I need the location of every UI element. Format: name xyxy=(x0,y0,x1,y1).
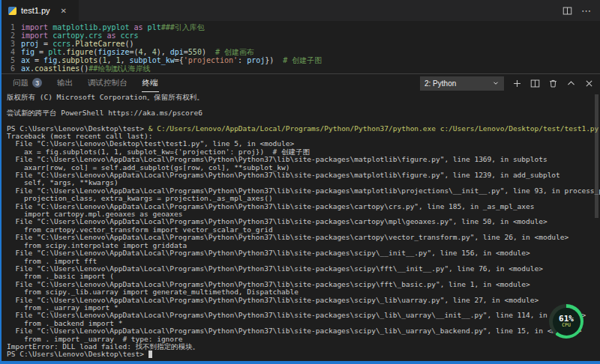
panel-tab-debug-console[interactable]: 调试控制台 xyxy=(87,74,128,92)
gauge-face: 61% CPU xyxy=(553,308,580,336)
line-number: 4 xyxy=(2,48,15,56)
terminal-output[interactable]: 版权所有 (C) Microsoft Corporation。保留所有权利。尝试… xyxy=(7,94,600,359)
terminal-picker-value: 2: Python xyxy=(424,79,456,88)
terminal-cursor xyxy=(148,351,153,358)
vscode-window: test1.py ✕ ⋯ 123456 import matplotlib.py… xyxy=(0,0,600,364)
line-number: 5 xyxy=(2,56,15,64)
panel-tabs: 问题3输出调试控制台终端 xyxy=(12,74,159,92)
line-number: 3 xyxy=(2,40,15,48)
panel-tab-label: 输出 xyxy=(57,78,73,88)
code-line[interactable]: import cartopy.crs as ccrs xyxy=(21,31,322,40)
new-terminal-icon[interactable] xyxy=(512,79,522,88)
panel-header: 问题3输出调试控制台终端 2: Python xyxy=(2,73,600,92)
terminal-line: 版权所有 (C) Microsoft Corporation。保留所有权利。 xyxy=(7,94,600,101)
editor-gutter: 123456 xyxy=(2,23,21,73)
editor-actions: ⋯ xyxy=(562,0,600,21)
code-editor[interactable]: 123456 import matplotlib.pyplot as plt##… xyxy=(2,21,600,73)
gauge-label: CPU xyxy=(562,323,571,328)
line-number: 2 xyxy=(2,31,15,40)
chevron-down-icon xyxy=(492,79,500,87)
code-line[interactable]: ax = fig.subplots(1, 1, subplot_kw={'pro… xyxy=(21,56,322,64)
more-actions-icon[interactable]: ⋯ xyxy=(581,6,591,16)
split-editor-icon[interactable] xyxy=(562,6,572,16)
terminal-line: 尝试新的跨平台 PowerShell https://aka.ms/pscore… xyxy=(7,109,600,117)
line-number: 6 xyxy=(2,64,15,73)
code-line[interactable]: fig = plt.figure(figsize=(4, 4), dpi=550… xyxy=(21,48,322,56)
terminal-scrollbar[interactable] xyxy=(595,94,598,218)
maximize-panel-icon[interactable] xyxy=(566,79,576,88)
terminal-picker[interactable]: 2: Python xyxy=(420,76,504,91)
terminal[interactable]: 版权所有 (C) Microsoft Corporation。保留所有权利。尝试… xyxy=(2,92,600,361)
close-panel-icon[interactable] xyxy=(584,79,594,88)
panel-tab-output[interactable]: 输出 xyxy=(56,74,74,92)
tab-close-icon[interactable]: ✕ xyxy=(61,7,67,15)
panel-actions: 2: Python xyxy=(420,76,594,91)
problems-count-badge: 3 xyxy=(32,78,42,88)
panel-tab-label: 终端 xyxy=(142,78,158,88)
code-line[interactable]: import matplotlib.pyplot as plt###引入库包 xyxy=(21,23,322,31)
terminal-line: PS C:\Users\Lenovo\Desktop\test> xyxy=(7,351,600,358)
code-line[interactable]: proj = ccrs.PlateCarree() xyxy=(21,40,322,48)
line-number: 1 xyxy=(2,23,15,31)
tab-filename: test1.py xyxy=(21,6,50,15)
panel-tab-label: 调试控制台 xyxy=(88,78,128,88)
resource-usage-gauge: 61% CPU xyxy=(549,304,584,339)
panel-tab-label: 问题 xyxy=(13,78,28,88)
editor-tab-bar: test1.py ✕ ⋯ xyxy=(2,0,600,21)
editor-code[interactable]: import matplotlib.pyplot as plt###引入库包im… xyxy=(21,23,322,73)
python-file-icon xyxy=(8,7,16,15)
tab-test1-py[interactable]: test1.py ✕ xyxy=(2,0,80,21)
panel-tab-terminal[interactable]: 终端 xyxy=(142,74,159,92)
panel-tab-problems[interactable]: 问题3 xyxy=(12,74,43,92)
split-terminal-icon[interactable] xyxy=(530,79,540,88)
kill-terminal-trash-icon[interactable] xyxy=(548,79,558,88)
code-line[interactable]: ax.coastlines()##绘制默认海岸线 xyxy=(21,64,322,73)
